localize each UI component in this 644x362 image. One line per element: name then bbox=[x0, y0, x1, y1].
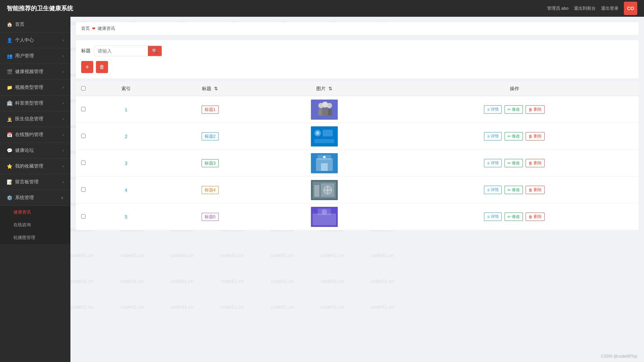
detail-icon: ≡ bbox=[487, 134, 489, 139]
breadcrumb: 首页 ❤ 健康资讯 bbox=[76, 22, 639, 35]
th-index: 索引 bbox=[91, 82, 161, 96]
breadcrumb-current: 健康资讯 bbox=[98, 25, 115, 32]
edit-button[interactable]: ✏ 修改 bbox=[504, 105, 523, 114]
row-actions: ≡ 详情 ✏ 修改 🗑 删除 bbox=[390, 177, 639, 203]
delete-button[interactable]: 🗑 删除 bbox=[526, 132, 545, 140]
row-index: 1 bbox=[91, 96, 161, 123]
delete-button[interactable]: 🗑 删除 bbox=[526, 186, 545, 194]
row-title: 标题1 bbox=[161, 96, 259, 123]
sidebar-item-online-appt[interactable]: 📅 在线预约管理 › bbox=[0, 127, 70, 143]
sidebar-item-video-type[interactable]: 📁 视频类型管理 › bbox=[0, 80, 70, 96]
footer-watermark: CSDN @code99Top bbox=[601, 354, 637, 359]
detail-button[interactable]: ≡ 详情 bbox=[484, 105, 501, 114]
edit-button[interactable]: ✏ 修改 bbox=[504, 213, 523, 221]
edit-button[interactable]: ✏ 修改 bbox=[504, 159, 523, 167]
row-index: 4 bbox=[91, 177, 161, 203]
row-tag: 标题2 bbox=[202, 132, 219, 140]
sidebar-item-health-video[interactable]: 🎬 健康视频管理 › bbox=[0, 64, 70, 80]
select-all-checkbox[interactable] bbox=[81, 86, 86, 90]
sidebar-item-dept-type[interactable]: 🏥 科室类型管理 › bbox=[0, 96, 70, 111]
edit-button[interactable]: ✏ 修改 bbox=[504, 186, 523, 194]
sub-item-label: 轮播图管理 bbox=[13, 235, 35, 240]
personal-icon: 👤 bbox=[7, 38, 12, 43]
chevron-right-icon: › bbox=[62, 148, 64, 153]
header-actions: 管理员 abo 退出到前台 退出登录 CO bbox=[547, 2, 637, 15]
forum-icon: 💬 bbox=[7, 148, 12, 153]
edit-icon: ✏ bbox=[507, 188, 511, 192]
edit-button[interactable]: ✏ 修改 bbox=[504, 132, 523, 140]
detail-button[interactable]: ≡ 详情 bbox=[484, 186, 501, 194]
row-image bbox=[311, 207, 338, 227]
sidebar-item-guestbook[interactable]: 📝 留言板管理 › bbox=[0, 174, 70, 190]
row-tag: 标题4 bbox=[202, 186, 219, 194]
delete-button[interactable]: 🗑 删除 bbox=[526, 213, 545, 221]
sidebar-sub-item-online-consult[interactable]: 在线咨询 bbox=[0, 219, 70, 231]
search-button[interactable]: 🔍 bbox=[148, 46, 162, 56]
sidebar-item-label: 用户管理 bbox=[15, 53, 34, 59]
svg-rect-7 bbox=[322, 108, 328, 116]
chevron-right-icon: › bbox=[62, 117, 64, 121]
th-checkbox bbox=[76, 82, 91, 96]
sidebar-item-personal[interactable]: 👤 个人中心 › bbox=[0, 33, 70, 48]
row-image bbox=[311, 153, 338, 173]
breadcrumb-home[interactable]: 首页 bbox=[81, 25, 90, 32]
sidebar-item-doctor-info[interactable]: 👨‍⚕️ 医生信息管理 › bbox=[0, 111, 70, 127]
row-checkbox[interactable] bbox=[81, 187, 86, 192]
table-row: 4 标题4 bbox=[76, 177, 639, 203]
sidebar-item-user-mgmt[interactable]: 👥 用户管理 › bbox=[0, 48, 70, 64]
delete-icon: 🗑 bbox=[529, 134, 533, 139]
sidebar-sub-item-health-news[interactable]: 健康资讯 bbox=[0, 206, 70, 219]
row-tag: 标题1 bbox=[202, 106, 219, 114]
delete-button[interactable]: 🗑 删除 bbox=[526, 159, 545, 167]
detail-button[interactable]: ≡ 详情 bbox=[484, 159, 501, 167]
detail-icon: ≡ bbox=[487, 107, 489, 112]
add-button[interactable]: + bbox=[81, 61, 93, 73]
th-title: 标题 ⇅ bbox=[161, 82, 259, 96]
header: 智能推荐的卫生健康系统 管理员 abo 退出到前台 退出登录 CO bbox=[0, 0, 644, 17]
main-content: code51.cncode51.cncode51.cncode51.cncode… bbox=[70, 17, 644, 362]
sidebar-item-label: 在线预约管理 bbox=[15, 132, 43, 138]
row-checkbox[interactable] bbox=[81, 214, 86, 219]
delete-icon: 🗑 bbox=[529, 107, 533, 112]
sort-icon: ⇅ bbox=[214, 86, 218, 91]
search-icon: 🔍 bbox=[152, 48, 158, 54]
delete-icon: 🗑 bbox=[529, 188, 533, 192]
search-label: 标题 bbox=[81, 48, 91, 54]
search-input[interactable] bbox=[94, 46, 148, 56]
row-checkbox[interactable] bbox=[81, 161, 86, 165]
sort-icon: ⇅ bbox=[328, 86, 332, 91]
edit-icon: ✏ bbox=[507, 134, 511, 139]
row-title: 标题3 bbox=[161, 150, 259, 177]
sidebar-item-label: 科室类型管理 bbox=[15, 100, 43, 106]
sidebar-item-home[interactable]: 🏠 首页 bbox=[0, 17, 70, 33]
detail-button[interactable]: ≡ 详情 bbox=[484, 213, 501, 221]
chevron-down-icon: ∨ bbox=[61, 195, 64, 200]
sidebar-sub-item-carousel[interactable]: 轮播图管理 bbox=[0, 231, 70, 244]
th-actions: 操作 bbox=[390, 82, 639, 96]
row-image-cell bbox=[259, 177, 390, 203]
svg-point-30 bbox=[322, 209, 327, 215]
delete-icon: 🗑 bbox=[529, 215, 533, 219]
detail-button[interactable]: ≡ 详情 bbox=[484, 132, 501, 140]
batch-delete-button[interactable]: 🗑 bbox=[96, 61, 108, 73]
table-row: 3 标题3 bbox=[76, 150, 639, 177]
sidebar-item-label: 首页 bbox=[15, 21, 24, 27]
search-input-wrap: 🔍 bbox=[94, 46, 162, 56]
row-checkbox[interactable] bbox=[81, 107, 86, 111]
delete-button[interactable]: 🗑 删除 bbox=[526, 105, 545, 114]
breadcrumb-separator: ❤ bbox=[92, 26, 96, 31]
sub-item-label: 在线咨询 bbox=[13, 222, 31, 227]
row-image-cell bbox=[259, 203, 390, 230]
logout-button[interactable]: 退出登录 bbox=[601, 5, 619, 11]
row-checkbox-cell bbox=[76, 150, 91, 177]
row-checkbox[interactable] bbox=[81, 134, 86, 138]
row-checkbox-cell bbox=[76, 96, 91, 123]
favorites-icon: ⭐ bbox=[7, 164, 12, 169]
sidebar-item-my-favorites[interactable]: ⭐ 我的收藏管理 › bbox=[0, 159, 70, 174]
sidebar-item-system-mgmt[interactable]: ⚙️ 系统管理 ∨ bbox=[0, 190, 70, 206]
row-tag: 标题3 bbox=[202, 159, 219, 167]
row-image bbox=[311, 100, 338, 120]
sidebar-item-health-forum[interactable]: 💬 健康论坛 › bbox=[0, 143, 70, 159]
back-to-frontend-button[interactable]: 退出到前台 bbox=[574, 5, 596, 11]
doctor-icon: 👨‍⚕️ bbox=[7, 116, 12, 122]
